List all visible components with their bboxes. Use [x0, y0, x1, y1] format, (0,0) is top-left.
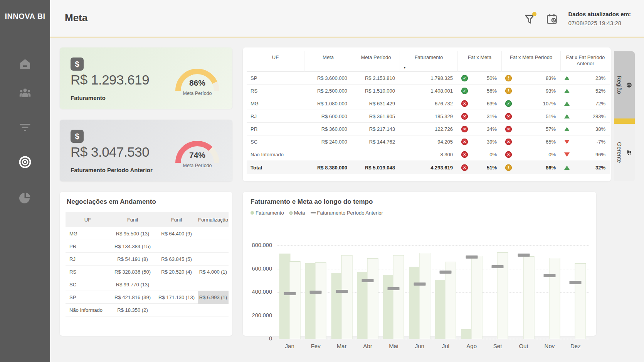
- globe-icon: [626, 82, 632, 88]
- tab-label: Gerente: [616, 142, 623, 163]
- filter-icon: [523, 20, 536, 26]
- bar-pair: [305, 262, 326, 339]
- table-row: PRR$ 360.000R$ 217.143122.726✕34%✕57%38%: [247, 123, 610, 135]
- bar-meta: [367, 258, 378, 339]
- meta-periodo-cell: R$ 217.143: [352, 126, 400, 132]
- column-header[interactable]: Faturamento▼: [400, 51, 457, 72]
- sidebar-item-home[interactable]: [0, 57, 50, 73]
- table-row: TotalR$ 8.380.000R$ 5.019.0484.293.619✕5…: [247, 161, 610, 174]
- page-title: Meta: [65, 12, 87, 24]
- table-row: PRR$ 134.384 (15): [66, 240, 229, 253]
- bar-pair: [539, 258, 560, 339]
- x-circle-icon: ✕: [461, 113, 468, 120]
- table-row: RJR$ 54.191 (8)R$ 63.845 (5): [66, 253, 229, 266]
- x-circle-icon: ✕: [461, 139, 468, 145]
- bar-meta: [575, 263, 586, 339]
- table-row: SPR$ 421.816 (39)R$ 171.130 (13)R$ 6.993…: [66, 291, 229, 304]
- trend-down-icon: [564, 140, 570, 144]
- calendar-button[interactable]: [546, 13, 558, 25]
- percent-value: 72%: [595, 101, 605, 107]
- column-header[interactable]: Funil: [155, 217, 198, 223]
- column-header[interactable]: Meta Período: [352, 51, 400, 72]
- filter-active-badge: [532, 12, 536, 16]
- bar-meta: [471, 256, 482, 339]
- column-header[interactable]: Meta: [304, 51, 352, 72]
- meta-cell: R$ 3.600.000: [304, 75, 352, 81]
- table-row: RSR$ 328.836 (50)R$ 20.520 (4)R$ 4.000 (…: [66, 266, 229, 278]
- uf-cell: Não Informado: [247, 152, 304, 157]
- bar-faturamento: [279, 254, 290, 339]
- x-circle-icon: ✕: [505, 151, 512, 158]
- negotiations-title: Negociações em Andamento: [67, 198, 156, 206]
- table-row: RJR$ 600.000R$ 361.905185.329✕31%✕51%283…: [247, 110, 610, 123]
- meta-periodo-cell: R$ 631.429: [352, 101, 400, 107]
- meta-cell: R$ 360.000: [304, 126, 352, 132]
- negotiations-table-header: UFFunilFunilFormalização: [66, 212, 229, 227]
- table-row: SCR$ 240.000R$ 144.76294.205✕39%✕65%-7%: [247, 135, 610, 148]
- table-row: Não Informado8.300✕0%✕0%-96%: [247, 148, 610, 161]
- meta-cell: R$ 8.380.000: [304, 165, 352, 171]
- column-header[interactable]: Formalização: [198, 217, 229, 223]
- uf-cell: PR: [247, 126, 304, 132]
- prev-period-dash-marker: [570, 281, 582, 284]
- pie-chart-icon: [18, 191, 32, 206]
- tab-gerente[interactable]: Gerente: [614, 124, 635, 181]
- column-header[interactable]: UF: [66, 217, 110, 223]
- column-header[interactable]: Fat x Meta Período: [501, 51, 560, 72]
- fat-x-meta-cell: ✓56%: [457, 88, 501, 94]
- x-circle-icon: ✕: [461, 164, 468, 171]
- region-table-header: UFMetaMeta PeríodoFaturamento▼Fat x Meta…: [247, 51, 610, 72]
- x-axis-label: Abr: [355, 343, 380, 349]
- sidebar-item-funnel[interactable]: [0, 120, 50, 136]
- kpi-card-faturamento: $ R$ 1.293.619 Faturamento 86% Meta Perí…: [60, 47, 232, 109]
- bar-pair: [513, 256, 534, 339]
- trend-up-icon: [564, 89, 570, 93]
- kpi-label: Faturamento Período Anterior: [71, 167, 153, 173]
- meta-periodo-cell: R$ 361.905: [352, 113, 400, 119]
- bar-meta: [549, 258, 560, 339]
- home-icon: [18, 57, 32, 73]
- x-axis-label: Jun: [407, 343, 432, 349]
- region-table-body: SPR$ 3.600.000R$ 2.153.8101.798.325✓50%!…: [247, 72, 610, 174]
- funil-cell: R$ 64.400 (9): [155, 231, 198, 237]
- bar-pair: [461, 256, 482, 339]
- legend-label: Meta: [294, 210, 305, 216]
- column-header[interactable]: Fat x Meta: [457, 51, 501, 72]
- fat-x-meta-periodo-cell: !93%: [501, 88, 560, 94]
- filter-button[interactable]: [523, 13, 536, 25]
- dollar-icon: $: [71, 58, 84, 71]
- person-icon: [626, 150, 632, 156]
- tab-regiao[interactable]: Região: [614, 51, 635, 118]
- sort-descending-icon: ▼: [403, 66, 406, 70]
- column-header[interactable]: Fat x Fat Período Anterior: [560, 51, 610, 72]
- meta-periodo-cell: R$ 5.019.048: [352, 165, 400, 171]
- header-actions: Dados atualizados em: 07/08/2025 19:43:2…: [523, 0, 631, 37]
- fat-x-meta-periodo-cell: ✕0%: [501, 151, 560, 158]
- fat-x-meta-periodo-cell: ✕65%: [501, 139, 560, 145]
- x-circle-icon: ✕: [461, 151, 468, 158]
- funil-cell: R$ 328.836 (50): [110, 269, 155, 275]
- fat-x-meta-periodo-cell: !86%: [501, 164, 560, 171]
- column-header[interactable]: UF: [247, 51, 304, 72]
- sidebar-item-target[interactable]: [0, 155, 50, 171]
- region-table-card: UFMetaMeta PeríodoFaturamento▼Fat x Meta…: [243, 47, 611, 181]
- bar-faturamento: [331, 273, 342, 339]
- prev-period-dash-marker: [414, 282, 425, 286]
- sidebar-item-pie[interactable]: [0, 191, 50, 206]
- month-group: Jun: [407, 246, 432, 339]
- month-group: Abr: [355, 246, 380, 339]
- column-header[interactable]: Funil: [110, 217, 155, 223]
- percent-value: 52%: [595, 88, 605, 94]
- x-axis-label: Jan: [277, 343, 303, 349]
- meta-cell: R$ 240.000: [304, 139, 352, 145]
- uf-cell: PR: [66, 244, 110, 249]
- formalizacao-cell: R$ 4.000 (1): [198, 269, 229, 275]
- bar-pair: [331, 255, 352, 339]
- fat-x-fat-anterior-cell: -7%: [560, 139, 610, 145]
- funnel-levels-icon: [18, 120, 32, 136]
- users-icon: [18, 86, 32, 101]
- percent-value: 50%: [487, 75, 497, 81]
- sidebar-item-users[interactable]: [0, 86, 50, 101]
- faturamento-cell: 185.329: [400, 113, 457, 119]
- table-row: SCR$ 99.770 (13): [66, 278, 229, 291]
